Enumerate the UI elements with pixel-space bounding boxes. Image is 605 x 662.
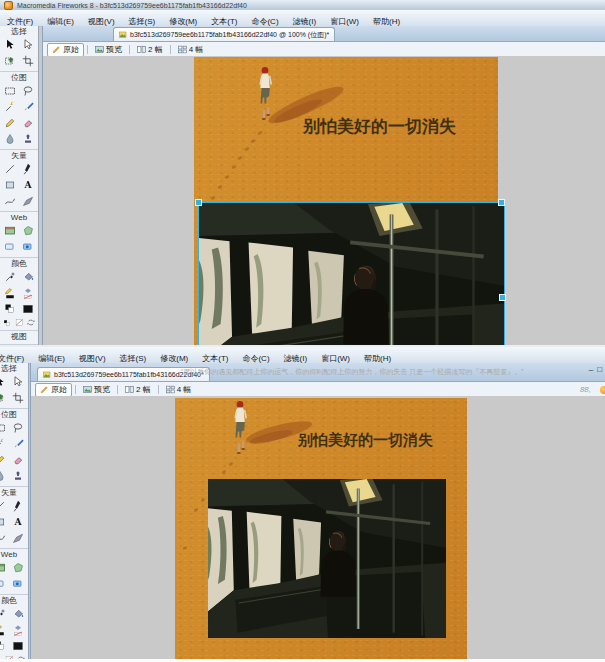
- lasso-icon: [12, 422, 24, 434]
- blur-tool-button[interactable]: [3, 132, 18, 146]
- paint-bucket-tool-button[interactable]: [21, 270, 36, 284]
- lasso-tool-button[interactable]: [21, 84, 36, 98]
- show-hotspots-tool-button[interactable]: [21, 240, 36, 254]
- view-tab-label: 2 幅: [136, 384, 151, 395]
- default-colors-icon: [4, 303, 16, 315]
- subselect-tool-button[interactable]: [11, 375, 26, 389]
- marquee-tool-button[interactable]: [3, 84, 18, 98]
- fill-color-icon: [12, 624, 24, 636]
- swap-colors-tool-button[interactable]: [26, 318, 37, 328]
- view-tab-0[interactable]: 原始: [35, 383, 72, 397]
- view-tab-3[interactable]: 4 幅: [174, 44, 208, 56]
- stamp-tool-button[interactable]: [21, 132, 36, 146]
- show-hotspots-tool-button[interactable]: [11, 577, 26, 591]
- toolbar-section: 矢量A: [0, 487, 28, 549]
- crop-tool-button[interactable]: [21, 54, 36, 68]
- document-tab[interactable]: b3fc513d269759ee6b1175fab1fb43166d22df40…: [113, 27, 335, 41]
- freeform-tool-button[interactable]: [0, 531, 8, 545]
- hide-hotspots-tool-button[interactable]: [0, 577, 8, 591]
- freeform-tool-button[interactable]: [3, 194, 18, 208]
- export-area-tool-button[interactable]: [0, 391, 8, 405]
- knife-icon: [12, 532, 24, 544]
- pointer-tool-button[interactable]: [3, 38, 18, 52]
- swatch-tool-button[interactable]: [21, 302, 36, 316]
- selection-handle-top-right[interactable]: [498, 199, 505, 206]
- stroke-color-tool-button[interactable]: [0, 623, 8, 637]
- swatch-icon: [22, 303, 34, 315]
- fill-color-tool-button[interactable]: [21, 286, 36, 300]
- default-colors-tool-button[interactable]: [3, 302, 18, 316]
- view-tab-2[interactable]: 2 幅: [121, 384, 155, 396]
- blur-tool-button[interactable]: [0, 469, 8, 483]
- eyedropper-tool-button[interactable]: [3, 270, 18, 284]
- pen-tool-button[interactable]: [21, 162, 36, 176]
- magic-wand-tool-button[interactable]: [0, 437, 8, 451]
- stroke-color-tool-button[interactable]: [3, 286, 18, 300]
- view-tab-2[interactable]: 2 幅: [133, 44, 167, 56]
- pencil-tool-button[interactable]: [3, 116, 18, 130]
- pen-tool-button[interactable]: [11, 499, 26, 513]
- view-tab-1[interactable]: 预览: [91, 44, 126, 56]
- train-photo-object-selected[interactable]: [198, 202, 505, 345]
- view-tab-label: 原始: [51, 384, 67, 395]
- stamp-tool-button[interactable]: [11, 469, 26, 483]
- slice-tool-button[interactable]: [3, 224, 18, 238]
- train-photo-object[interactable]: [208, 479, 446, 638]
- canvas-headline-text[interactable]: 别怕美好的一切消失: [298, 431, 433, 450]
- tab-separator: [87, 45, 88, 54]
- magic-wand-tool-button[interactable]: [3, 100, 18, 114]
- eraser-tool-button[interactable]: [11, 453, 26, 467]
- toolbar-row: [0, 131, 38, 147]
- minimize-button[interactable]: –: [589, 365, 593, 375]
- pencil-tool-button[interactable]: [0, 453, 8, 467]
- eyedropper-tool-button[interactable]: [0, 607, 8, 621]
- title-bar[interactable]: Macromedia Fireworks 8 - b3fc513d269759e…: [0, 0, 605, 10]
- document-canvas[interactable]: 别怕美好的一切消失: [175, 398, 467, 659]
- subselect-tool-button[interactable]: [21, 38, 36, 52]
- polygon-slice-tool-button[interactable]: [21, 224, 36, 238]
- crop-icon: [22, 55, 34, 67]
- view-tab-3[interactable]: 4 幅: [162, 384, 196, 396]
- fill-color-tool-button[interactable]: [11, 623, 26, 637]
- canvas-workspace[interactable]: 别怕美好的一切消失: [43, 56, 605, 345]
- freeform-icon: [0, 532, 6, 544]
- selection-handle-top-left[interactable]: [195, 199, 202, 206]
- knife-tool-button[interactable]: [21, 194, 36, 208]
- paint-bucket-tool-button[interactable]: [11, 607, 26, 621]
- view-tab-0[interactable]: 原始: [47, 43, 84, 57]
- text-tool-button[interactable]: A: [11, 515, 26, 529]
- canvas-headline-text[interactable]: 别怕美好的一切消失: [303, 115, 456, 138]
- lasso-tool-button[interactable]: [11, 421, 26, 435]
- hide-hotspots-tool-button[interactable]: [3, 240, 18, 254]
- pointer-tool-button[interactable]: [0, 375, 8, 389]
- knife-tool-button[interactable]: [11, 531, 26, 545]
- train-interior-photo: [208, 479, 446, 638]
- canvas-workspace[interactable]: 别怕美好的一切消失: [31, 396, 605, 662]
- mini-swatches-tool-button[interactable]: [2, 318, 13, 328]
- swatch-tool-button[interactable]: [11, 639, 26, 653]
- stamp-icon: [12, 470, 24, 482]
- fireworks-window-bottom: 文件(F)编辑(E)视图(V)选择(S)修改(M)文本(T)命令(C)滤镜(I)…: [0, 345, 605, 662]
- no-color-tool-button[interactable]: [14, 318, 25, 328]
- maximize-button[interactable]: □: [597, 365, 602, 375]
- brush-tool-button[interactable]: [21, 100, 36, 114]
- line-tool-button[interactable]: [3, 162, 18, 176]
- document-window: b3fc513d269759ee6b1175fab1fb43166d22df40…: [30, 363, 605, 662]
- crop-tool-button[interactable]: [11, 391, 26, 405]
- line-tool-button[interactable]: [0, 499, 8, 513]
- selection-handle-right[interactable]: [499, 294, 506, 301]
- rectangle-tool-button[interactable]: [3, 178, 18, 192]
- slice-tool-button[interactable]: [0, 561, 8, 575]
- rectangle-tool-button[interactable]: [0, 515, 8, 529]
- view-tab-1[interactable]: 预览: [79, 384, 114, 396]
- polygon-slice-tool-button[interactable]: [11, 561, 26, 575]
- toolbar-section-label: 选择: [0, 26, 38, 37]
- marquee-tool-button[interactable]: [0, 421, 8, 435]
- brush-tool-button[interactable]: [11, 437, 26, 451]
- text-tool-button[interactable]: A: [21, 178, 36, 192]
- eraser-tool-button[interactable]: [21, 116, 36, 130]
- magic-wand-icon: [4, 101, 16, 113]
- default-colors-tool-button[interactable]: [0, 639, 8, 653]
- export-area-tool-button[interactable]: [3, 54, 18, 68]
- magic-wand-icon: [0, 438, 6, 450]
